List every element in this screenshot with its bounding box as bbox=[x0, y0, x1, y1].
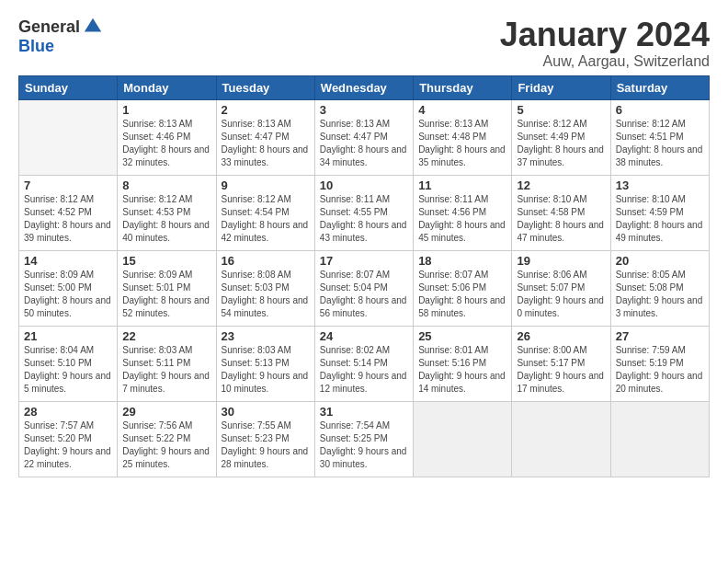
day-number: 25 bbox=[418, 329, 506, 343]
calendar-cell: 19Sunrise: 8:06 AM Sunset: 5:07 PM Dayli… bbox=[512, 250, 610, 326]
day-number: 10 bbox=[320, 178, 408, 192]
day-number: 19 bbox=[517, 254, 605, 268]
day-number: 4 bbox=[418, 103, 506, 117]
day-info: Sunrise: 7:59 AM Sunset: 5:19 PM Dayligh… bbox=[616, 344, 704, 396]
title-section: January 2024 Auw, Aargau, Switzerland bbox=[500, 17, 710, 70]
day-info: Sunrise: 8:06 AM Sunset: 5:07 PM Dayligh… bbox=[517, 269, 605, 320]
calendar-cell: 20Sunrise: 8:05 AM Sunset: 5:08 PM Dayli… bbox=[610, 250, 709, 326]
logo-icon bbox=[83, 17, 103, 37]
day-number: 17 bbox=[320, 254, 408, 268]
day-number: 7 bbox=[24, 178, 112, 192]
calendar-cell: 7Sunrise: 8:12 AM Sunset: 4:52 PM Daylig… bbox=[19, 175, 118, 250]
day-info: Sunrise: 8:03 AM Sunset: 5:13 PM Dayligh… bbox=[222, 344, 310, 396]
day-info: Sunrise: 8:02 AM Sunset: 5:14 PM Dayligh… bbox=[320, 344, 408, 396]
day-number: 11 bbox=[418, 178, 506, 192]
day-info: Sunrise: 7:56 AM Sunset: 5:22 PM Dayligh… bbox=[122, 419, 210, 471]
calendar-cell: 2Sunrise: 8:13 AM Sunset: 4:47 PM Daylig… bbox=[216, 99, 314, 175]
day-info: Sunrise: 8:09 AM Sunset: 5:00 PM Dayligh… bbox=[24, 269, 112, 320]
calendar-week-row: 14Sunrise: 8:09 AM Sunset: 5:00 PM Dayli… bbox=[19, 250, 710, 326]
day-number: 14 bbox=[24, 254, 112, 268]
calendar-cell: 24Sunrise: 8:02 AM Sunset: 5:14 PM Dayli… bbox=[314, 326, 413, 401]
day-info: Sunrise: 8:10 AM Sunset: 4:59 PM Dayligh… bbox=[616, 193, 704, 245]
day-info: Sunrise: 8:11 AM Sunset: 4:56 PM Dayligh… bbox=[418, 193, 506, 245]
day-info: Sunrise: 7:57 AM Sunset: 5:20 PM Dayligh… bbox=[24, 419, 112, 471]
calendar-title: January 2024 bbox=[500, 17, 710, 53]
calendar-week-row: 21Sunrise: 8:04 AM Sunset: 5:10 PM Dayli… bbox=[19, 326, 710, 401]
calendar-cell: 6Sunrise: 8:12 AM Sunset: 4:51 PM Daylig… bbox=[610, 99, 709, 175]
header-thursday: Thursday bbox=[414, 75, 512, 99]
day-number: 12 bbox=[517, 178, 605, 192]
header-tuesday: Tuesday bbox=[216, 75, 314, 99]
header-wednesday: Wednesday bbox=[314, 75, 413, 99]
day-number: 24 bbox=[320, 329, 408, 343]
calendar-cell: 22Sunrise: 8:03 AM Sunset: 5:11 PM Dayli… bbox=[118, 326, 216, 401]
calendar-cell: 10Sunrise: 8:11 AM Sunset: 4:55 PM Dayli… bbox=[314, 175, 413, 250]
calendar-cell bbox=[414, 401, 512, 477]
logo-blue-text: Blue bbox=[18, 37, 54, 56]
day-info: Sunrise: 8:13 AM Sunset: 4:48 PM Dayligh… bbox=[418, 118, 506, 169]
day-number: 16 bbox=[222, 254, 310, 268]
day-number: 20 bbox=[616, 254, 704, 268]
calendar-week-row: 28Sunrise: 7:57 AM Sunset: 5:20 PM Dayli… bbox=[19, 401, 710, 477]
day-number: 21 bbox=[24, 329, 112, 343]
day-info: Sunrise: 7:55 AM Sunset: 5:23 PM Dayligh… bbox=[222, 419, 310, 471]
calendar-cell: 4Sunrise: 8:13 AM Sunset: 4:48 PM Daylig… bbox=[414, 99, 512, 175]
day-number: 5 bbox=[517, 103, 605, 117]
day-info: Sunrise: 8:01 AM Sunset: 5:16 PM Dayligh… bbox=[418, 344, 506, 396]
header-friday: Friday bbox=[512, 75, 610, 99]
calendar-cell: 14Sunrise: 8:09 AM Sunset: 5:00 PM Dayli… bbox=[19, 250, 118, 326]
day-info: Sunrise: 8:13 AM Sunset: 4:47 PM Dayligh… bbox=[320, 118, 408, 169]
day-info: Sunrise: 8:13 AM Sunset: 4:47 PM Dayligh… bbox=[222, 118, 310, 169]
calendar-week-row: 7Sunrise: 8:12 AM Sunset: 4:52 PM Daylig… bbox=[19, 175, 710, 250]
calendar-cell: 17Sunrise: 8:07 AM Sunset: 5:04 PM Dayli… bbox=[314, 250, 413, 326]
day-number: 1 bbox=[122, 103, 210, 117]
calendar-cell bbox=[19, 99, 118, 175]
day-info: Sunrise: 8:04 AM Sunset: 5:10 PM Dayligh… bbox=[24, 344, 112, 396]
day-number: 27 bbox=[616, 329, 704, 343]
calendar-container: General Blue January 2024 Auw, Aargau, S… bbox=[0, 0, 728, 487]
day-number: 15 bbox=[122, 254, 210, 268]
header-monday: Monday bbox=[118, 75, 216, 99]
day-number: 2 bbox=[222, 103, 310, 117]
calendar-cell: 31Sunrise: 7:54 AM Sunset: 5:25 PM Dayli… bbox=[314, 401, 413, 477]
calendar-cell: 26Sunrise: 8:00 AM Sunset: 5:17 PM Dayli… bbox=[512, 326, 610, 401]
day-info: Sunrise: 8:11 AM Sunset: 4:55 PM Dayligh… bbox=[320, 193, 408, 245]
day-number: 23 bbox=[222, 329, 310, 343]
calendar-cell: 18Sunrise: 8:07 AM Sunset: 5:06 PM Dayli… bbox=[414, 250, 512, 326]
day-info: Sunrise: 8:00 AM Sunset: 5:17 PM Dayligh… bbox=[517, 344, 605, 396]
calendar-cell: 13Sunrise: 8:10 AM Sunset: 4:59 PM Dayli… bbox=[610, 175, 709, 250]
day-number: 29 bbox=[122, 405, 210, 419]
day-info: Sunrise: 8:12 AM Sunset: 4:51 PM Dayligh… bbox=[616, 118, 704, 169]
day-number: 18 bbox=[418, 254, 506, 268]
calendar-cell: 12Sunrise: 8:10 AM Sunset: 4:58 PM Dayli… bbox=[512, 175, 610, 250]
calendar-cell bbox=[610, 401, 709, 477]
calendar-cell: 25Sunrise: 8:01 AM Sunset: 5:16 PM Dayli… bbox=[414, 326, 512, 401]
svg-marker-0 bbox=[85, 18, 101, 32]
calendar-cell: 1Sunrise: 8:13 AM Sunset: 4:46 PM Daylig… bbox=[118, 99, 216, 175]
day-info: Sunrise: 8:08 AM Sunset: 5:03 PM Dayligh… bbox=[222, 269, 310, 320]
day-number: 6 bbox=[616, 103, 704, 117]
day-info: Sunrise: 8:05 AM Sunset: 5:08 PM Dayligh… bbox=[616, 269, 704, 320]
day-number: 30 bbox=[222, 405, 310, 419]
calendar-cell: 5Sunrise: 8:12 AM Sunset: 4:49 PM Daylig… bbox=[512, 99, 610, 175]
day-number: 31 bbox=[320, 405, 408, 419]
day-number: 13 bbox=[616, 178, 704, 192]
day-info: Sunrise: 8:10 AM Sunset: 4:58 PM Dayligh… bbox=[517, 193, 605, 245]
header-saturday: Saturday bbox=[610, 75, 709, 99]
day-number: 22 bbox=[122, 329, 210, 343]
calendar-cell: 23Sunrise: 8:03 AM Sunset: 5:13 PM Dayli… bbox=[216, 326, 314, 401]
day-info: Sunrise: 8:12 AM Sunset: 4:53 PM Dayligh… bbox=[122, 193, 210, 245]
day-info: Sunrise: 8:12 AM Sunset: 4:52 PM Dayligh… bbox=[24, 193, 112, 245]
day-number: 8 bbox=[122, 178, 210, 192]
calendar-cell: 28Sunrise: 7:57 AM Sunset: 5:20 PM Dayli… bbox=[19, 401, 118, 477]
day-info: Sunrise: 8:07 AM Sunset: 5:04 PM Dayligh… bbox=[320, 269, 408, 320]
calendar-cell: 8Sunrise: 8:12 AM Sunset: 4:53 PM Daylig… bbox=[118, 175, 216, 250]
day-info: Sunrise: 7:54 AM Sunset: 5:25 PM Dayligh… bbox=[320, 419, 408, 471]
header-row: General Blue January 2024 Auw, Aargau, S… bbox=[18, 17, 710, 70]
day-number: 28 bbox=[24, 405, 112, 419]
calendar-cell: 21Sunrise: 8:04 AM Sunset: 5:10 PM Dayli… bbox=[19, 326, 118, 401]
day-info: Sunrise: 8:03 AM Sunset: 5:11 PM Dayligh… bbox=[122, 344, 210, 396]
day-info: Sunrise: 8:09 AM Sunset: 5:01 PM Dayligh… bbox=[122, 269, 210, 320]
calendar-cell: 15Sunrise: 8:09 AM Sunset: 5:01 PM Dayli… bbox=[118, 250, 216, 326]
calendar-week-row: 1Sunrise: 8:13 AM Sunset: 4:46 PM Daylig… bbox=[19, 99, 710, 175]
